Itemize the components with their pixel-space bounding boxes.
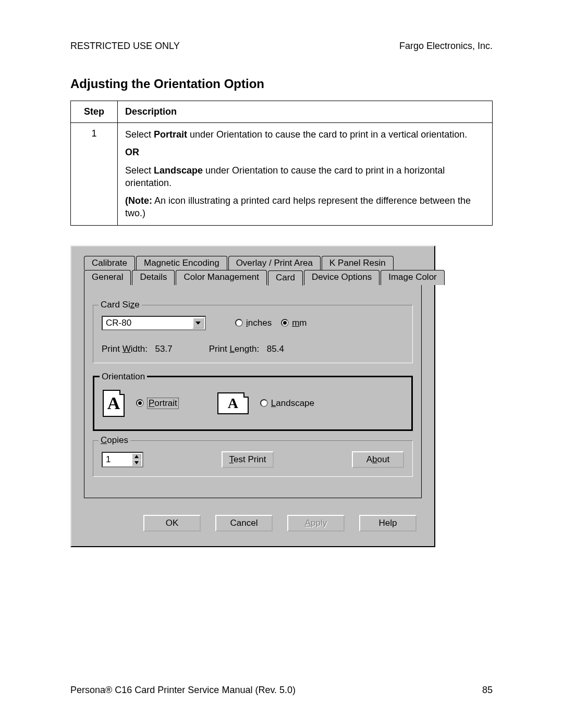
- portrait-card-icon: A: [103, 390, 125, 417]
- radio-landscape[interactable]: Landscape: [260, 398, 314, 409]
- print-width-value: 53.7: [155, 344, 173, 354]
- tab-card[interactable]: Card: [268, 270, 303, 286]
- tab-general[interactable]: General: [84, 270, 131, 285]
- header-left: RESTRICTED USE ONLY: [70, 41, 180, 52]
- radio-dot-icon: [235, 319, 243, 327]
- radio-dot-icon: [136, 399, 144, 407]
- print-width-label: Print Width:: [102, 344, 150, 354]
- steps-table: Step Description 1 Select Portrait under…: [70, 101, 493, 226]
- cancel-button[interactable]: Cancel: [215, 515, 273, 532]
- apply-button[interactable]: Apply: [287, 515, 345, 532]
- tab-image-color[interactable]: Image Color: [381, 270, 445, 285]
- footer-left: Persona® C16 Card Printer Service Manual…: [70, 685, 296, 696]
- tab-details[interactable]: Details: [132, 270, 175, 285]
- spin-down-button[interactable]: [132, 460, 141, 466]
- help-button[interactable]: Help: [359, 515, 417, 532]
- radio-mm[interactable]: mm: [281, 318, 307, 328]
- tab-magnetic-encoding[interactable]: Magnetic Encoding: [136, 256, 227, 270]
- copies-legend: Copies: [99, 435, 130, 446]
- ok-button[interactable]: OK: [143, 515, 201, 532]
- card-size-group: Card Size CR-80 inches: [93, 305, 413, 363]
- th-desc: Description: [118, 101, 493, 123]
- th-step: Step: [71, 101, 118, 123]
- copies-value: 1: [103, 453, 132, 466]
- svg-marker-1: [134, 455, 139, 458]
- tab-color-management[interactable]: Color Management: [176, 270, 267, 285]
- test-print-button[interactable]: Test Print: [222, 451, 274, 468]
- step-description: Select Portrait under Orientation to cau…: [118, 123, 493, 226]
- radio-dot-icon: [281, 319, 289, 327]
- radio-inches[interactable]: inches: [235, 318, 272, 328]
- print-length-label: Print Length:: [209, 344, 262, 354]
- chevron-down-icon: [134, 461, 139, 464]
- card-size-legend: Card Size: [99, 300, 142, 310]
- card-size-value: CR-80: [103, 317, 192, 329]
- spin-up-button[interactable]: [132, 453, 141, 460]
- tab-calibrate[interactable]: Calibrate: [84, 256, 135, 270]
- section-title: Adjusting the Orientation Option: [70, 77, 493, 91]
- copies-spinner[interactable]: 1: [102, 452, 143, 467]
- print-length-value: 85.4: [267, 344, 284, 354]
- copies-group: Copies 1: [93, 440, 413, 477]
- properties-dialog: Calibrate Magnetic Encoding Overlay / Pr…: [70, 245, 435, 547]
- svg-marker-0: [195, 322, 201, 325]
- chevron-up-icon: [134, 455, 139, 458]
- card-size-combo[interactable]: CR-80: [102, 316, 206, 330]
- header-right: Fargo Electronics, Inc.: [399, 41, 493, 52]
- radio-dot-icon: [260, 399, 268, 407]
- footer-page-number: 85: [482, 685, 493, 696]
- chevron-down-icon: [195, 320, 201, 326]
- orientation-legend: Orientation: [100, 372, 147, 382]
- step-number: 1: [71, 123, 118, 226]
- tab-k-panel-resin[interactable]: K Panel Resin: [322, 256, 394, 270]
- about-button[interactable]: About: [352, 451, 404, 468]
- tab-overlay-print-area[interactable]: Overlay / Print Area: [228, 256, 321, 270]
- svg-marker-2: [134, 461, 139, 464]
- radio-portrait[interactable]: Portrait: [136, 398, 179, 409]
- landscape-card-icon: A: [217, 392, 249, 414]
- combo-dropdown-button[interactable]: [192, 317, 204, 329]
- tab-device-options[interactable]: Device Options: [304, 270, 380, 285]
- orientation-group: Orientation A Portrait A: [93, 376, 413, 431]
